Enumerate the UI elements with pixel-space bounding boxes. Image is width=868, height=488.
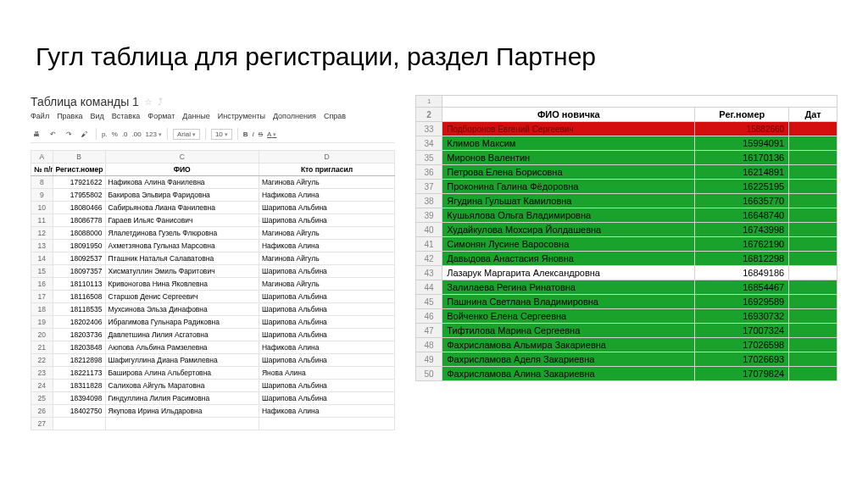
menu-Инструменты[interactable]: Инструменты: [218, 112, 265, 120]
table-row[interactable]: 2318221173Баширова Алина АльбертовнаЯнов…: [31, 367, 395, 380]
format-percent[interactable]: %: [112, 130, 118, 138]
menu-Вид[interactable]: Вид: [91, 112, 104, 120]
table-row[interactable]: 1318091950Ахметзянова Гульназ МарсовнаНа…: [31, 240, 395, 252]
left-spreadsheet: Таблица команды 1 ☆ ⤴ ФайлПравкаВидВстав…: [31, 95, 395, 430]
text-color-button[interactable]: A: [267, 130, 276, 138]
table-row[interactable]: 39Кушьялова Ольга Владимировна16648740: [416, 208, 837, 223]
table-row[interactable]: 1518097357Хисматуллин Эмиль ФаритовичШар…: [31, 265, 395, 278]
menu-Правка[interactable]: Правка: [57, 112, 82, 120]
table-row[interactable]: 41Симонян Лусине Варосовна16762190: [416, 237, 837, 252]
table-row[interactable]: 1918202406Ибрагимова Гульнара РадиковнаШ…: [31, 316, 395, 329]
table-row[interactable]: 1018080466Сабирьянова Лиана ФанилевнаШар…: [31, 202, 395, 214]
menu-Вставка[interactable]: Вставка: [112, 112, 140, 120]
toolbar: 🖶 ↶ ↷ 🖌 р. % .0 .00 123 Arial 10 B I S A: [31, 125, 395, 143]
table-row[interactable]: 2618402750Якупова Ирина ИльдаровнаНафико…: [31, 405, 395, 418]
table-row[interactable]: 1118086778Гараев Ильяс ФанисовичШарипова…: [31, 214, 395, 227]
table-row[interactable]: 1718116508Старшов Денис СергеевичШарипов…: [31, 291, 395, 303]
bold-button[interactable]: B: [243, 130, 248, 138]
paint-icon[interactable]: 🖌: [79, 128, 91, 140]
right-spreadsheet: 12ФИО новичкаРег.номерДат33Подборонов Ев…: [415, 95, 837, 381]
format-more[interactable]: 123: [146, 130, 162, 138]
font-select[interactable]: Arial: [173, 129, 200, 140]
format-currency[interactable]: р.: [102, 130, 108, 138]
table-row[interactable]: 34Климов Максим15994091: [416, 136, 837, 151]
table-row[interactable]: 48Фахрисламова Альмира Закариевна1702659…: [416, 338, 837, 352]
table-row[interactable]: 40Худайкулова Мохсира Йолдашевна16743998: [416, 223, 837, 237]
table-row[interactable]: 37Проконина Галина Фёдоровна16225195: [416, 180, 837, 194]
table-row[interactable]: 43Лазарук Маргарита Александровна1684918…: [416, 266, 837, 280]
left-table[interactable]: ABCD № п/пРегист.номерФИОКто пригласил81…: [31, 150, 395, 430]
star-icon[interactable]: ☆: [144, 97, 153, 108]
undo-icon[interactable]: ↶: [47, 128, 58, 140]
right-table[interactable]: 12ФИО новичкаРег.номерДат33Подборонов Ев…: [415, 95, 837, 381]
menu-Справ[interactable]: Справ: [324, 112, 346, 120]
table-row[interactable]: 38Ягудина Гульшат Камиловна16635770: [416, 194, 837, 208]
table-row[interactable]: 49Фахрисламова Аделя Закариевна17026693: [416, 352, 837, 367]
menu-Файл[interactable]: Файл: [31, 112, 49, 120]
col-B[interactable]: B: [53, 151, 105, 164]
table-row[interactable]: 1218088000Ялалетдинова Гузель ФлюровнаМа…: [31, 227, 395, 240]
table-row[interactable]: 44Залилаева Регина Ринатовна16854467: [416, 280, 837, 295]
format-dec-inc[interactable]: .00: [131, 130, 141, 138]
col-C[interactable]: C: [105, 151, 259, 164]
table-row[interactable]: 1818118535Мухсинова Эльза ДинафовнаШарип…: [31, 303, 395, 316]
page-title: Гугл таблица для регистрации, раздел Пар…: [36, 42, 837, 71]
table-row[interactable]: 2518394098Гиндуллина Лилия РасимовнаШари…: [31, 392, 395, 405]
table-row[interactable]: 50Фахрисламова Алина Закариевна17079824: [416, 367, 837, 381]
menu-bar: ФайлПравкаВидВставкаФорматДанныеИнструме…: [31, 112, 395, 120]
table-row[interactable]: 2418311828Салихова Айгуль МаратовнаШарип…: [31, 380, 395, 392]
table-row[interactable]: 1418092537Пташник Наталья СалаватовнаМаг…: [31, 252, 395, 265]
table-row[interactable]: 47Тифтилова Марина Сергеевна17007324: [416, 324, 837, 338]
table-row[interactable]: 817921622Нафикова Алина ФанилевнаМагинов…: [31, 176, 395, 189]
table-row[interactable]: 33Подборонов Евгений Сергеевич15882660: [416, 122, 837, 136]
table-row[interactable]: 45Пашнина Светлана Владимировна16929589: [416, 295, 837, 309]
table-row[interactable]: 2218212898Шафигуллина Диана РамилевнаШар…: [31, 354, 395, 367]
table-row[interactable]: 35Миронов Валентин16170136: [416, 151, 837, 165]
table-row[interactable]: 2118203848Аюпова Альбина РамзелевнаНафик…: [31, 341, 395, 354]
doc-title-bar: Таблица команды 1 ☆ ⤴: [31, 95, 395, 108]
redo-icon[interactable]: ↷: [63, 128, 75, 140]
menu-Формат[interactable]: Формат: [147, 112, 175, 120]
doc-title[interactable]: Таблица команды 1: [31, 95, 139, 108]
table-row[interactable]: 1618110113Кривоногова Нина ЯковлевнаМаги…: [31, 278, 395, 291]
format-dec-dec[interactable]: .0: [122, 130, 128, 138]
table-row[interactable]: 36Петрова Елена Борисовна16214891: [416, 165, 837, 180]
col-A[interactable]: A: [31, 151, 53, 164]
move-icon[interactable]: ⤴: [158, 97, 163, 107]
strike-button[interactable]: S: [259, 130, 263, 138]
fontsize-select[interactable]: 10: [211, 129, 232, 140]
menu-Дополнения[interactable]: Дополнения: [273, 112, 316, 120]
italic-button[interactable]: I: [253, 130, 254, 138]
print-icon[interactable]: 🖶: [31, 128, 42, 140]
table-row[interactable]: 2018203736Давлетшина Лилия АсгатовнаШари…: [31, 329, 395, 341]
col-D[interactable]: D: [259, 151, 394, 164]
table-row[interactable]: 42Давыдова Анастасия Яновна16812298: [416, 252, 837, 266]
table-row[interactable]: 46Войченко Елена Сергеевна16930732: [416, 309, 837, 324]
table-row[interactable]: 917955802Бакирова Эльвира ФаридовнаНафик…: [31, 189, 395, 202]
menu-Данные[interactable]: Данные: [182, 112, 210, 120]
